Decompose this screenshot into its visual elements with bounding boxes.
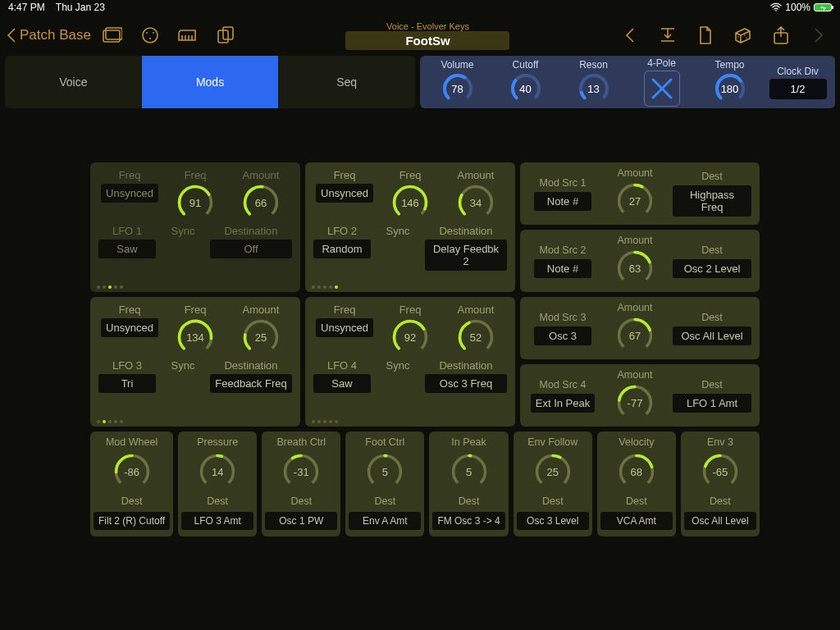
- copy-icon[interactable]: [209, 19, 242, 52]
- wifi-icon: [770, 2, 782, 12]
- lfo4-freq-knob[interactable]: 92: [391, 318, 429, 356]
- new-file-icon[interactable]: [689, 19, 722, 52]
- lfo4-wave[interactable]: Saw: [313, 374, 371, 393]
- reson-knob[interactable]: 13: [578, 72, 610, 105]
- pole-toggle[interactable]: [644, 71, 680, 107]
- ctrl0-knob[interactable]: -86: [113, 453, 151, 491]
- tab-mods[interactable]: Mods: [142, 56, 279, 108]
- lfo2-page-dots[interactable]: [312, 285, 338, 289]
- ctrl0-dest[interactable]: Filt 2 (R) Cutoff: [94, 512, 170, 530]
- ctrl2-knob[interactable]: -31: [282, 453, 320, 491]
- modsrc-row-2: Mod Src 2 Note # Amount 63 Dest Osc 2 Le…: [520, 230, 760, 292]
- piano-icon[interactable]: [171, 19, 204, 52]
- modsrc1-src[interactable]: Note #: [534, 192, 591, 211]
- lfo4-page-dots[interactable]: [312, 420, 338, 423]
- back-button[interactable]: Patch Base: [5, 26, 91, 44]
- ctrl4-knob[interactable]: 5: [450, 453, 488, 491]
- lfo4-sync[interactable]: [377, 374, 418, 402]
- lfo-panel-4: Freq Unsynced Freq 92 Amount 52 LFO 4 Sa…: [305, 297, 515, 427]
- modsrc3-dest[interactable]: Osc All Level: [673, 326, 751, 345]
- modsrc2-dest[interactable]: Osc 2 Level: [673, 259, 751, 278]
- folder-icon[interactable]: [96, 19, 129, 52]
- ctrl-7: Env 3 -65 Dest Osc All Level: [681, 431, 760, 536]
- clockdiv-button[interactable]: 1/2: [769, 79, 827, 99]
- tempo-label: Tempo: [714, 59, 744, 71]
- lfo1-freq-knob[interactable]: 91: [176, 184, 214, 221]
- lfo3-amount-knob[interactable]: 25: [242, 318, 280, 356]
- title-subtitle: Voice - Evolver Keys: [386, 21, 469, 31]
- ctrl5-knob[interactable]: 25: [534, 453, 572, 491]
- page-tabs: Voice Mods Seq: [5, 56, 415, 108]
- battery-icon: [814, 3, 832, 11]
- status-time: 4:47 PM: [8, 2, 45, 13]
- lfo3-wave[interactable]: Tri: [98, 374, 156, 393]
- lfo1-sync[interactable]: [162, 240, 203, 267]
- clockdiv-label: Clock Div: [777, 66, 819, 77]
- modsrc4-dest[interactable]: LFO 1 Amt: [673, 394, 751, 413]
- ctrl3-knob[interactable]: 5: [366, 453, 404, 491]
- download-icon[interactable]: [651, 19, 684, 52]
- lfo3-freqmode[interactable]: Unsynced: [101, 318, 158, 337]
- ctrl2-dest[interactable]: Osc 1 PW: [265, 512, 337, 530]
- reson-label: Reson: [579, 59, 608, 71]
- lfo1-dest[interactable]: Off: [210, 240, 292, 258]
- lfo3-sync[interactable]: [162, 374, 203, 402]
- lfo2-dest[interactable]: Delay Feedbk 2: [425, 240, 507, 271]
- lfo1-page-dots[interactable]: [97, 285, 123, 289]
- lfo-panel-3: Freq Unsynced Freq 134 Amount 25 LFO 3 T…: [90, 297, 300, 427]
- modsrc2-src[interactable]: Note #: [534, 259, 591, 278]
- title-block[interactable]: Voice - Evolver Keys FootSw: [345, 21, 509, 50]
- modsrc3-src[interactable]: Osc 3: [534, 326, 591, 345]
- svg-point-5: [153, 32, 154, 34]
- lfo1-amount-knob[interactable]: 66: [242, 184, 280, 221]
- lfo2-freqmode[interactable]: Unsynced: [316, 184, 373, 203]
- ctrl7-dest[interactable]: Osc All Level: [684, 512, 756, 530]
- lfo1-wave[interactable]: Saw: [98, 240, 156, 258]
- patch-name[interactable]: FootSw: [345, 31, 509, 50]
- ctrl5-dest[interactable]: Osc 3 Level: [517, 512, 589, 530]
- lfo4-amount-knob[interactable]: 52: [457, 318, 495, 356]
- lfo2-freq-knob[interactable]: 146: [391, 184, 429, 221]
- lfo2-amount-knob[interactable]: 34: [457, 184, 495, 221]
- svg-point-0: [775, 10, 777, 11]
- dice-icon[interactable]: [727, 19, 760, 52]
- ctrl-5: Env Follow 25 Dest Osc 3 Level: [514, 431, 592, 536]
- lfo3-dest[interactable]: Feedback Freq: [210, 374, 292, 393]
- modsrc4-src[interactable]: Ext In Peak: [531, 394, 595, 413]
- lfo2-sync[interactable]: [377, 240, 418, 267]
- lfo1-freqmode[interactable]: Unsynced: [101, 184, 158, 203]
- lfo3-freq-knob[interactable]: 134: [176, 318, 214, 356]
- ctrl6-knob[interactable]: 68: [618, 453, 655, 491]
- next-icon[interactable]: [802, 19, 835, 52]
- modsrc2-amount-knob[interactable]: 63: [616, 249, 654, 287]
- ctrl1-dest[interactable]: LFO 3 Amt: [181, 512, 253, 530]
- modsrc4-amount-knob[interactable]: -77: [616, 384, 654, 422]
- back-label: Patch Base: [20, 27, 91, 43]
- tab-seq[interactable]: Seq: [278, 56, 415, 108]
- tempo-knob[interactable]: 180: [714, 72, 746, 105]
- pole-label: 4-Pole: [647, 57, 676, 69]
- modsrc1-dest[interactable]: Highpass Freq: [673, 185, 751, 217]
- modsrc-row-4: Mod Src 4 Ext In Peak Amount -77 Dest LF…: [520, 364, 760, 427]
- tab-voice[interactable]: Voice: [5, 56, 142, 108]
- status-bar: 4:47 PM Thu Jan 23 100%: [0, 0, 840, 15]
- volume-knob[interactable]: 78: [441, 72, 474, 105]
- dial-icon[interactable]: [134, 19, 167, 52]
- lfo4-freqmode[interactable]: Unsynced: [316, 318, 373, 337]
- lfo3-page-dots[interactable]: [97, 420, 123, 423]
- ctrl6-dest[interactable]: VCA Amt: [600, 512, 673, 530]
- prev-icon[interactable]: [614, 19, 646, 52]
- share-icon[interactable]: [765, 19, 797, 52]
- ctrl4-dest[interactable]: FM Osc 3 -> 4: [432, 512, 504, 530]
- chevron-left-icon: [5, 26, 18, 44]
- modsrc3-amount-knob[interactable]: 67: [616, 317, 654, 354]
- ctrl3-dest[interactable]: Env A Amt: [349, 512, 421, 530]
- globals-panel: Volume 78 Cutoff 40 Reson 13 4-Pole Temp…: [420, 56, 835, 108]
- lfo4-dest[interactable]: Osc 3 Freq: [425, 374, 507, 393]
- ctrl7-knob[interactable]: -65: [701, 453, 739, 491]
- svg-point-6: [149, 38, 151, 39]
- cutoff-knob[interactable]: 40: [509, 72, 542, 105]
- ctrl1-knob[interactable]: 14: [199, 453, 236, 491]
- lfo2-wave[interactable]: Random: [313, 240, 371, 258]
- modsrc1-amount-knob[interactable]: 27: [616, 182, 654, 220]
